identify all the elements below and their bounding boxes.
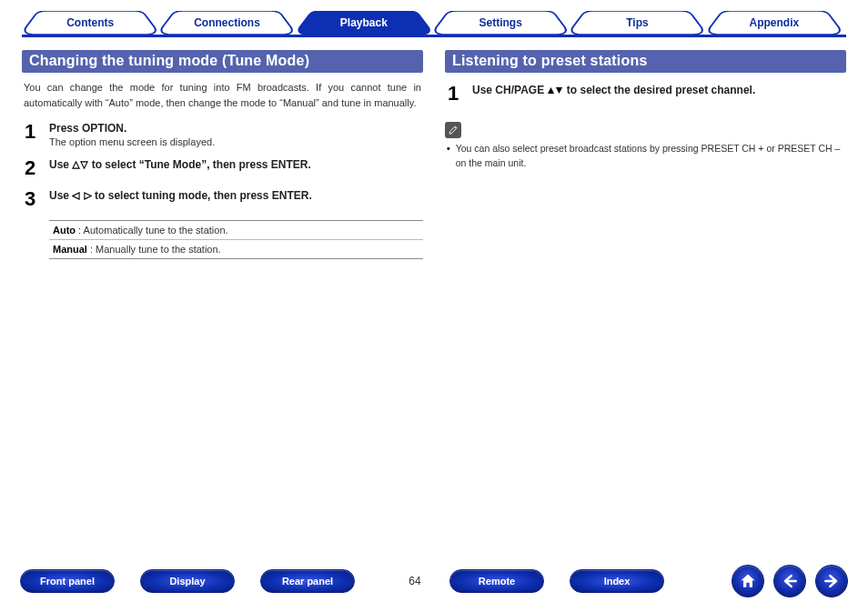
page-number: 64 — [393, 575, 437, 587]
label: Index — [604, 576, 631, 587]
step-subtext: The option menu screen is displayed. — [49, 136, 423, 147]
up-triangle-icon — [72, 159, 80, 172]
text: to select the desired preset channel. — [567, 84, 755, 96]
tab-appendix[interactable]: Appendix — [706, 11, 843, 35]
tab-label: Playback — [340, 16, 388, 29]
right-triangle-icon — [84, 190, 92, 203]
mode-label: Manual — [53, 244, 87, 255]
rear-panel-button[interactable]: Rear panel — [260, 569, 355, 593]
note-body: You can also select preset broadcast sta… — [456, 142, 846, 171]
tab-playback[interactable]: Playback — [296, 11, 432, 35]
step-2: 2 Use to select “Tune Mode”, then press … — [22, 158, 423, 178]
tab-label: Connections — [194, 16, 260, 29]
label: Display — [169, 576, 205, 587]
label: Rear panel — [282, 576, 333, 587]
step-1: 1 Press OPTION. The option menu screen i… — [22, 122, 423, 147]
mode-desc: : Automatically tune to the station. — [76, 225, 228, 236]
arrow-left-icon — [781, 572, 799, 590]
down-triangle-solid-icon — [555, 85, 563, 97]
step-number: 1 — [445, 84, 461, 104]
text: to select tuning mode, then press ENTER. — [95, 189, 312, 202]
down-triangle-icon — [80, 159, 88, 172]
table-row: Manual : Manually tune to the station. — [49, 240, 423, 258]
tab-label: Contents — [66, 16, 114, 29]
arrow-right-icon — [823, 572, 841, 590]
tab-settings[interactable]: Settings — [432, 11, 569, 35]
section-heading-tune-mode: Changing the tuning mode (Tune Mode) — [22, 50, 423, 73]
up-triangle-solid-icon — [547, 85, 555, 97]
next-page-button[interactable] — [815, 565, 848, 597]
content-columns: Changing the tuning mode (Tune Mode) You… — [22, 50, 846, 259]
tab-contents[interactable]: Contents — [22, 11, 158, 35]
text: to select “Tune Mode”, then press ENTER. — [92, 158, 311, 171]
tune-mode-table: Auto : Automatically tune to the station… — [49, 220, 423, 259]
right-column: Listening to preset stations 1 Use CH/PA… — [445, 50, 846, 259]
table-row: Auto : Automatically tune to the station… — [49, 221, 423, 240]
mode-desc: : Manually tune to the station. — [87, 244, 221, 255]
front-panel-button[interactable]: Front panel — [20, 569, 115, 593]
step-number: 3 — [22, 189, 38, 209]
text: Use — [49, 158, 72, 171]
page: Contents Connections Playback Settings T… — [0, 0, 868, 612]
tab-connections[interactable]: Connections — [158, 11, 295, 35]
text: Use — [49, 189, 72, 202]
label: Remote — [479, 576, 515, 587]
home-button[interactable] — [732, 565, 764, 597]
step-number: 2 — [22, 158, 38, 178]
bottom-bar: Front panel Display Rear panel 64 Remote… — [0, 565, 868, 597]
intro-text: You can change the mode for tuning into … — [24, 80, 421, 111]
step-1: 1 Use CH/PAGE to select the desired pres… — [445, 84, 846, 104]
section-heading-preset: Listening to preset stations — [445, 50, 846, 73]
step-title: Use to select tuning mode, then press EN… — [49, 189, 423, 203]
display-button[interactable]: Display — [140, 569, 235, 593]
mode-label: Auto — [53, 225, 76, 236]
left-triangle-icon — [72, 190, 80, 203]
prev-page-button[interactable] — [773, 565, 806, 597]
step-number: 1 — [22, 122, 38, 147]
left-column: Changing the tuning mode (Tune Mode) You… — [22, 50, 423, 259]
note-pencil-icon — [445, 122, 461, 138]
tab-label: Tips — [626, 16, 648, 29]
top-tabs: Contents Connections Playback Settings T… — [22, 11, 846, 37]
text: Use CH/PAGE — [472, 84, 547, 96]
tab-tips[interactable]: Tips — [569, 11, 705, 35]
tab-label: Appendix — [749, 16, 799, 29]
home-icon — [739, 572, 757, 590]
step-title: Use to select “Tune Mode”, then press EN… — [49, 158, 423, 172]
tab-label: Settings — [479, 16, 521, 29]
label: Front panel — [40, 576, 95, 587]
note-text: You can also select preset broadcast sta… — [447, 142, 846, 171]
step-3: 3 Use to select tuning mode, then press … — [22, 189, 423, 209]
step-title: Use CH/PAGE to select the desired preset… — [472, 84, 846, 97]
index-button[interactable]: Index — [570, 569, 664, 593]
step-title: Press OPTION. — [49, 122, 423, 135]
remote-button[interactable]: Remote — [449, 569, 544, 593]
